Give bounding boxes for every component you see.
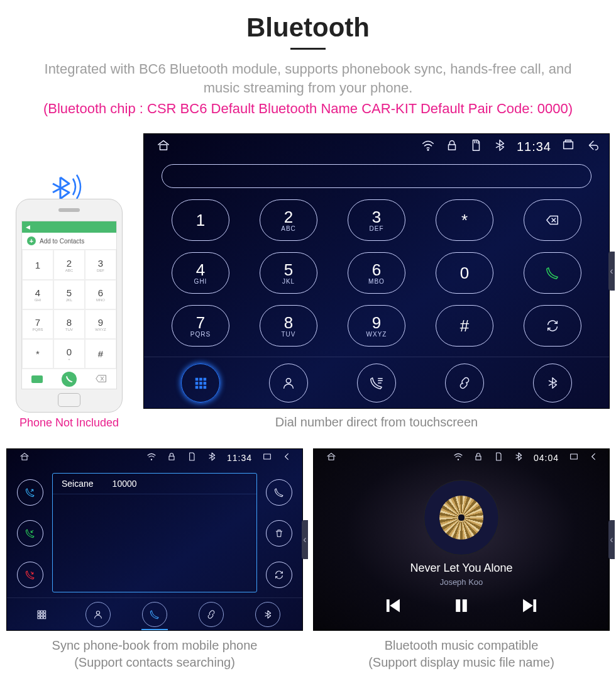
- tab-call-log[interactable]: [357, 364, 396, 403]
- svg-rect-13: [195, 382, 199, 385]
- next-track-button[interactable]: [520, 597, 538, 617]
- clock-text: 04:04: [534, 453, 559, 463]
- phone-mockup: ◀ + Add to Contacts 12ABC3DEF4GHI5JKL6MN…: [16, 199, 123, 413]
- dial-number-input[interactable]: [162, 164, 591, 188]
- back-icon[interactable]: [585, 138, 599, 155]
- svg-rect-14: [199, 382, 202, 385]
- album-art-disc: [424, 480, 499, 555]
- phone-key-6[interactable]: 6MNO: [85, 280, 116, 309]
- home-icon[interactable]: [157, 138, 170, 155]
- recents-icon[interactable]: [262, 452, 272, 464]
- svg-point-24: [151, 459, 151, 460]
- phone-key-5[interactable]: 5JKL: [53, 280, 85, 309]
- svg-rect-40: [571, 454, 578, 459]
- side-tab-handle[interactable]: ‹: [608, 520, 615, 559]
- bluetooth-spec-line: (Bluetooth chip : CSR BC6 Default Blueto…: [6, 101, 610, 117]
- phone-key-2[interactable]: 2ABC: [53, 250, 85, 279]
- phone-key-8[interactable]: 8TUV: [53, 309, 85, 339]
- svg-rect-12: [204, 378, 207, 381]
- phone-key-7[interactable]: 7PQRS: [22, 309, 53, 339]
- call-contact-button[interactable]: [266, 479, 292, 506]
- contact-name: Seicane: [62, 479, 94, 489]
- wifi-icon: [421, 138, 435, 155]
- recents-icon[interactable]: [561, 138, 575, 155]
- dial-key-7[interactable]: 7PQRS: [172, 305, 229, 347]
- play-pause-button[interactable]: [453, 597, 470, 617]
- dial-swap-button[interactable]: [524, 305, 581, 347]
- phone-key-0[interactable]: 0+: [53, 339, 85, 369]
- missed-call-icon[interactable]: [17, 562, 43, 588]
- phone-key-4[interactable]: 4GHI: [22, 280, 53, 309]
- contact-row[interactable]: Seicane 10000: [53, 474, 256, 494]
- bluetooth-status-icon: [493, 138, 507, 155]
- dial-key-3[interactable]: 3DEF: [348, 199, 405, 241]
- back-icon[interactable]: [589, 452, 599, 464]
- dial-key-*[interactable]: *: [436, 199, 493, 241]
- outgoing-call-icon[interactable]: [17, 520, 43, 547]
- dial-key-#[interactable]: #: [436, 305, 493, 347]
- svg-rect-18: [204, 386, 207, 389]
- svg-rect-25: [169, 457, 174, 460]
- svg-point-36: [96, 611, 99, 614]
- lock-icon: [445, 138, 459, 155]
- prev-track-button[interactable]: [385, 597, 402, 617]
- backspace-icon[interactable]: [96, 375, 107, 384]
- phone-key-*[interactable]: *: [22, 339, 53, 369]
- svg-rect-33: [38, 616, 40, 618]
- contact-list[interactable]: Seicane 10000: [52, 473, 257, 592]
- dial-key-2[interactable]: 2ABC: [260, 199, 317, 241]
- dial-key-0[interactable]: 0: [436, 252, 493, 294]
- home-icon[interactable]: [19, 452, 30, 464]
- svg-rect-27: [38, 611, 40, 613]
- tab-pairing[interactable]: [445, 364, 484, 403]
- tab-keypad[interactable]: [181, 364, 220, 403]
- add-to-contacts-row[interactable]: + Add to Contacts: [22, 233, 116, 250]
- tab-call-log[interactable]: [142, 602, 167, 627]
- dial-call-button[interactable]: [524, 252, 581, 294]
- wifi-icon: [146, 452, 157, 464]
- tab-contacts[interactable]: [269, 364, 308, 403]
- plus-icon: +: [27, 236, 36, 245]
- delete-contact-button[interactable]: [266, 520, 292, 547]
- svg-rect-32: [43, 614, 45, 616]
- tab-bluetooth[interactable]: [533, 364, 572, 403]
- bluetooth-status-icon: [514, 452, 524, 464]
- dial-key-4[interactable]: 4GHI: [172, 252, 229, 294]
- svg-rect-35: [43, 616, 45, 618]
- tab-bluetooth[interactable]: [255, 602, 280, 627]
- sync-contacts-button[interactable]: [266, 562, 292, 588]
- svg-rect-34: [41, 616, 43, 618]
- recents-icon[interactable]: [569, 452, 579, 464]
- svg-rect-28: [41, 611, 43, 613]
- clock-text: 11:34: [517, 140, 551, 154]
- contact-number: 10000: [113, 479, 137, 489]
- video-call-icon[interactable]: [31, 375, 43, 383]
- dial-key-6[interactable]: 6MBO: [348, 252, 405, 294]
- incoming-call-icon[interactable]: [17, 479, 43, 506]
- svg-rect-23: [22, 457, 27, 460]
- svg-rect-29: [43, 611, 45, 613]
- phone-call-button[interactable]: [62, 372, 77, 387]
- music-caption-l1: Bluetooth music compatible: [313, 637, 610, 654]
- sd-icon: [493, 452, 503, 464]
- dial-backspace-button[interactable]: [524, 199, 581, 241]
- phone-key-1[interactable]: 1: [22, 250, 53, 279]
- side-tab-handle[interactable]: ‹: [608, 252, 615, 291]
- phone-key-9[interactable]: 9WXYZ: [85, 309, 116, 339]
- dial-key-5[interactable]: 5JKL: [260, 252, 317, 294]
- dial-key-9[interactable]: 9WXYZ: [348, 305, 405, 347]
- phone-home-button[interactable]: [58, 393, 80, 407]
- svg-point-38: [458, 459, 458, 460]
- dial-key-1[interactable]: 1: [172, 199, 229, 241]
- tab-contacts[interactable]: [85, 602, 111, 627]
- back-icon[interactable]: [282, 452, 292, 464]
- svg-rect-30: [38, 614, 40, 616]
- phone-key-3[interactable]: 3DEF: [85, 250, 116, 279]
- dial-key-8[interactable]: 8TUV: [260, 305, 317, 347]
- phone-not-included-label: Phone Not Included: [6, 416, 132, 430]
- phone-key-#[interactable]: #: [85, 339, 116, 369]
- tab-keypad[interactable]: [29, 602, 54, 627]
- side-tab-handle[interactable]: ‹: [302, 520, 308, 559]
- home-icon[interactable]: [326, 452, 336, 464]
- tab-pairing[interactable]: [199, 602, 224, 627]
